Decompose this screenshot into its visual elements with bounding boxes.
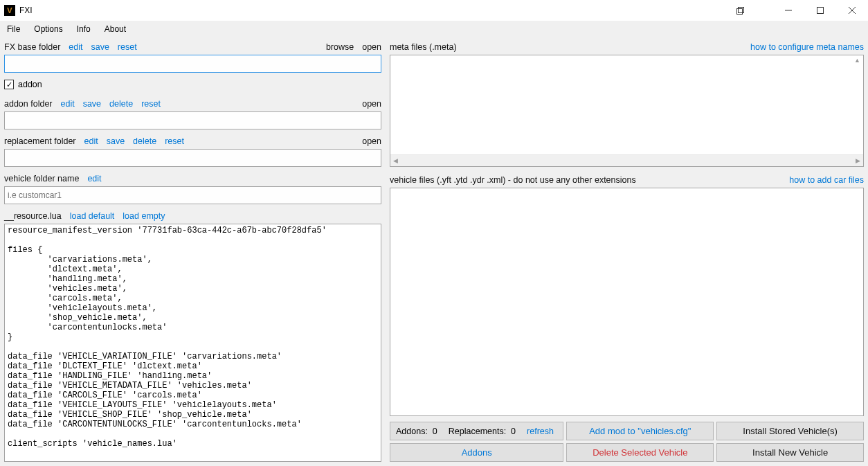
restore-down-aux-icon[interactable] <box>724 0 756 21</box>
replacement-folder-label: replacement folder <box>4 136 76 146</box>
addon-save-link[interactable]: save <box>83 99 101 109</box>
app-icon: V <box>4 5 15 16</box>
client-area: FX base folder edit save reset browse op… <box>0 37 868 466</box>
resource-lua-code[interactable]: resource_manifest_version '77731fab-63ca… <box>4 224 381 462</box>
left-column: FX base folder edit save reset browse op… <box>4 39 381 462</box>
vehicle-files-list[interactable] <box>390 188 864 416</box>
menu-about[interactable]: About <box>105 24 126 34</box>
menu-file[interactable]: File <box>7 24 20 34</box>
maximize-button[interactable] <box>804 0 836 21</box>
fx-base-folder-label: FX base folder <box>4 42 60 52</box>
addon-checkbox-label: addon <box>18 80 42 89</box>
fx-base-edit-link[interactable]: edit <box>69 42 82 52</box>
replacements-label: Replacements: <box>449 427 506 436</box>
addons-label: Addons: <box>396 427 428 436</box>
fx-base-browse[interactable]: browse <box>326 42 354 52</box>
add-mod-button[interactable]: Add mod to "vehicles.cfg" <box>566 422 714 440</box>
install-stored-button[interactable]: Install Stored Vehicle(s) <box>716 422 864 440</box>
load-default-link[interactable]: load default <box>70 211 115 221</box>
addon-open[interactable]: open <box>362 99 381 109</box>
delete-selected-button[interactable]: Delete Selected Vehicle <box>566 443 714 462</box>
menu-options[interactable]: Options <box>34 24 62 34</box>
replacement-save-link[interactable]: save <box>107 136 125 146</box>
refresh-link[interactable]: refresh <box>527 427 554 436</box>
load-empty-link[interactable]: load empty <box>123 211 165 221</box>
install-new-button[interactable]: Install New Vehicle <box>716 443 864 462</box>
addon-folder-label: addon folder <box>4 99 53 109</box>
vehicle-folder-name-input[interactable] <box>4 186 381 204</box>
right-column: meta files (.meta) how to configure meta… <box>390 39 864 462</box>
addon-folder-input[interactable] <box>4 111 381 129</box>
scroll-left-icon[interactable]: ◀ <box>393 157 398 164</box>
minimize-button[interactable] <box>772 0 804 21</box>
svg-rect-3 <box>817 8 824 14</box>
vehicle-folder-edit-link[interactable]: edit <box>87 174 101 183</box>
fx-base-reset-link[interactable]: reset <box>118 42 137 52</box>
vehicle-files-label: vehicle files (.yft .ytd .ydr .xml) - do… <box>390 175 781 185</box>
svg-rect-0 <box>736 8 742 14</box>
bottom-buttons: Addons: 0 Replacements: 0 refresh Add mo… <box>390 422 864 462</box>
svg-rect-1 <box>738 7 743 12</box>
vehicle-folder-name-label: vehicle folder name <box>4 174 79 183</box>
title-bar: V FXI <box>0 0 868 21</box>
window-title: FXI <box>19 6 724 15</box>
meta-files-label: meta files (.meta) <box>390 42 742 52</box>
how-add-car-link[interactable]: how to add car files <box>789 175 864 185</box>
how-configure-link[interactable]: how to configure meta names <box>750 42 864 52</box>
addon-delete-link[interactable]: delete <box>109 99 133 109</box>
addons-button[interactable]: Addons <box>390 443 563 462</box>
close-button[interactable] <box>836 0 868 21</box>
replacement-reset-link[interactable]: reset <box>165 136 184 146</box>
addon-reset-link[interactable]: reset <box>141 99 161 109</box>
addons-count: 0 <box>433 427 437 436</box>
fx-base-save-link[interactable]: save <box>91 42 109 52</box>
resource-lua-label: __resource.lua <box>4 211 62 221</box>
fx-base-folder-input[interactable] <box>4 55 381 73</box>
addon-edit-link[interactable]: edit <box>61 99 75 109</box>
meta-files-list[interactable]: ◀ ▶ ▲ <box>390 55 864 167</box>
replacement-delete-link[interactable]: delete <box>133 136 156 146</box>
scroll-up-icon[interactable]: ▲ <box>854 57 860 64</box>
meta-files-hscroll[interactable]: ◀ ▶ <box>390 154 863 166</box>
scroll-right-icon[interactable]: ▶ <box>856 157 860 164</box>
addon-checkbox[interactable]: ✓ <box>4 80 14 89</box>
replacement-open[interactable]: open <box>362 136 381 146</box>
replacement-folder-input[interactable] <box>4 149 381 167</box>
replacements-count: 0 <box>511 427 516 436</box>
replacement-edit-link[interactable]: edit <box>84 136 98 146</box>
fx-base-open[interactable]: open <box>362 42 381 52</box>
menu-bar: File Options Info About <box>0 21 868 37</box>
menu-info[interactable]: Info <box>77 24 91 34</box>
stats-cell: Addons: 0 Replacements: 0 refresh <box>390 422 563 440</box>
